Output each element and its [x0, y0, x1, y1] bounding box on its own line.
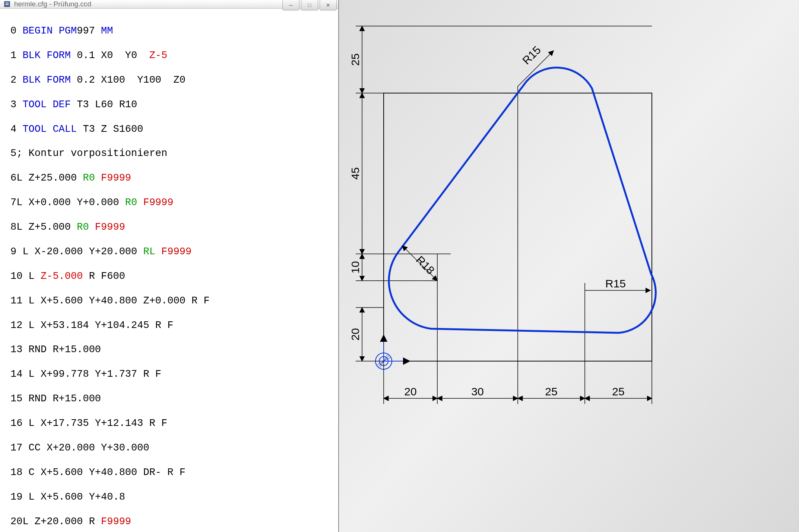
svg-text:30: 30 [471, 385, 483, 398]
window-minimize-button[interactable]: ─ [282, 0, 299, 10]
code-line[interactable]: 7L X+0.000 Y+0.000 R0 F9999 [10, 197, 328, 209]
editor-pane: hermle.cfg - Prüfung.ccd ─ □ ✕ 0 BEGIN P… [0, 0, 339, 532]
window-maximize-button[interactable]: □ [301, 0, 318, 10]
code-line[interactable]: 5; Kontur vorpositionieren [10, 147, 328, 160]
origin-marker [375, 335, 410, 369]
code-line[interactable]: 9 L X-20.000 Y+20.000 RL F9999 [10, 246, 328, 258]
code-line[interactable]: 4 TOOL CALL T3 Z S1600 [10, 123, 328, 136]
radius-r15-bottom: R15 [585, 277, 650, 290]
vdim: 25 [349, 26, 362, 93]
svg-text:25: 25 [612, 385, 624, 398]
code-line[interactable]: 6L Z+25.000 R0 F9999 [10, 172, 328, 184]
window-close-button[interactable]: ✕ [320, 0, 337, 10]
code-line[interactable]: 12 L X+53.184 Y+104.245 R F [10, 319, 328, 332]
svg-text:10: 10 [349, 261, 361, 273]
code-line[interactable]: 13 RND R+15.000 [10, 344, 328, 356]
svg-text:20: 20 [404, 385, 416, 398]
technical-drawing: 20302525 20104525 R18 R15 R15 [339, 0, 799, 532]
code-line[interactable]: 17 CC X+20.000 Y+30.000 [10, 442, 328, 454]
svg-rect-1 [6, 3, 9, 3]
code-line[interactable]: 8L Z+5.000 R0 F9999 [10, 221, 328, 233]
svg-text:25: 25 [349, 53, 361, 66]
window-title: hermle.cfg - Prüfung.ccd [14, 0, 91, 8]
code-line[interactable]: 20L Z+20.000 R F9999 [10, 516, 328, 528]
svg-text:25: 25 [545, 385, 557, 398]
code-line[interactable]: 10 L Z-5.000 R F600 [10, 270, 328, 283]
vdim: 20 [349, 308, 362, 361]
code-line[interactable]: 1 BLK FORM 0.1 X0 Y0 Z-5 [10, 50, 328, 62]
radius-r15-top: R15 [518, 44, 554, 86]
code-line[interactable]: 18 C X+5.600 Y+40.800 DR- R F [10, 466, 328, 479]
hdim: 30 [437, 385, 518, 398]
svg-text:R15: R15 [520, 44, 543, 67]
code-line[interactable]: 15 RND R+15.000 [10, 393, 328, 405]
nc-code-editor[interactable]: 0 BEGIN PGM997 MM 1 BLK FORM 0.1 X0 Y0 Z… [0, 9, 338, 532]
part-contour [389, 68, 656, 333]
window-controls: ─ □ ✕ [282, 0, 338, 8]
svg-text:R15: R15 [605, 277, 626, 290]
window-titlebar[interactable]: hermle.cfg - Prüfung.ccd ─ □ ✕ [0, 0, 338, 9]
radius-r18: R18 [402, 246, 437, 281]
vdim: 45 [349, 93, 362, 254]
hdim: 20 [384, 385, 437, 398]
code-line[interactable]: 2 BLK FORM 0.2 X100 Y100 Z0 [10, 74, 328, 86]
drawing-pane[interactable]: 20302525 20104525 R18 R15 R15 [339, 0, 799, 532]
svg-text:R18: R18 [414, 254, 437, 277]
code-line[interactable]: 19 L X+5.600 Y+40.8 [10, 491, 328, 503]
code-line[interactable]: 0 BEGIN PGM997 MM [10, 25, 328, 37]
vdim: 10 [349, 254, 362, 281]
hdim: 25 [518, 385, 585, 398]
svg-text:20: 20 [349, 328, 361, 340]
svg-rect-2 [6, 4, 9, 5]
code-line[interactable]: 11 L X+5.600 Y+40.800 Z+0.000 R F [10, 295, 328, 307]
hdim: 25 [585, 385, 652, 398]
code-line[interactable]: 3 TOOL DEF T3 L60 R10 [10, 99, 328, 111]
code-line[interactable]: 14 L X+99.778 Y+1.737 R F [10, 368, 328, 380]
code-line[interactable]: 16 L X+17.735 Y+12.143 R F [10, 417, 328, 430]
svg-text:45: 45 [349, 167, 361, 179]
app-icon [3, 0, 11, 8]
